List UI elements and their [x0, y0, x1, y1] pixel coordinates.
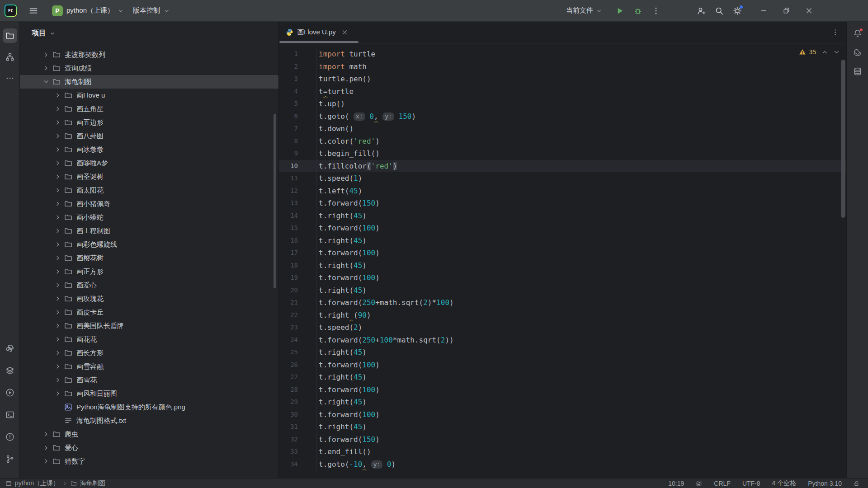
tree-item-9[interactable]: 画圣诞树 [20, 170, 278, 183]
code-line-8[interactable]: 8t.color('red') [279, 135, 846, 148]
code-area[interactable]: 1import turtle2import math3turtle.pen()4… [279, 43, 846, 478]
line-number[interactable]: 10 [279, 160, 316, 173]
code-line-17[interactable]: 17t.forward(100) [279, 247, 846, 259]
code-line-9[interactable]: 9t.begin_fill() [279, 147, 846, 160]
tree-item-30[interactable]: 猜数字 [20, 455, 278, 468]
tree-item-16[interactable]: 画正方形 [20, 265, 278, 278]
tree-item-4[interactable]: 画五角星 [20, 102, 278, 116]
line-number[interactable]: 30 [279, 408, 316, 421]
settings-button[interactable] [731, 4, 744, 18]
chevron-right-icon[interactable] [42, 51, 52, 58]
next-problem-icon[interactable] [833, 49, 840, 56]
line-number[interactable]: 26 [279, 359, 316, 371]
chevron-right-icon[interactable] [54, 92, 64, 99]
chevron-right-icon[interactable] [42, 444, 52, 451]
tree-item-2[interactable]: 海龟制图 [20, 75, 278, 89]
line-number[interactable]: 27 [279, 371, 316, 384]
line-number[interactable]: 2 [279, 61, 316, 73]
terminal-button[interactable] [3, 408, 17, 422]
chevron-right-icon[interactable] [54, 254, 64, 262]
inspections-widget[interactable]: 35 [799, 46, 840, 58]
python-console-button[interactable] [3, 341, 17, 356]
minimize-button[interactable] [757, 4, 770, 18]
code-line-3[interactable]: 3turtle.pen() [279, 73, 846, 85]
indent-widget[interactable]: 4 个空格 [772, 479, 797, 488]
run-button[interactable] [613, 4, 627, 18]
line-number[interactable]: 33 [279, 446, 316, 458]
unlocked-icon[interactable] [854, 480, 860, 487]
code-line-5[interactable]: 5t.up() [279, 98, 846, 110]
code-line-27[interactable]: 27t.right(45) [279, 371, 846, 384]
chevron-down-icon[interactable] [49, 30, 56, 37]
editor-scrollbar[interactable] [841, 60, 845, 218]
chevron-right-icon[interactable] [54, 200, 64, 207]
chevron-right-icon[interactable] [54, 390, 64, 397]
chevron-right-icon[interactable] [54, 282, 64, 289]
tree-item-21[interactable]: 画花花 [20, 333, 278, 346]
tree-item-6[interactable]: 画八卦图 [20, 129, 278, 143]
line-number[interactable]: 31 [279, 421, 316, 433]
line-number[interactable]: 32 [279, 433, 316, 446]
tree-item-17[interactable]: 画爱心 [20, 278, 278, 292]
chevron-right-icon[interactable] [54, 146, 64, 153]
code-line-1[interactable]: 1import turtle [279, 48, 846, 61]
code-line-12[interactable]: 12t.left(45) [279, 185, 846, 197]
vcs-widget[interactable]: 版本控制 [133, 6, 170, 15]
line-number[interactable]: 13 [279, 197, 316, 210]
code-line-26[interactable]: 26t.forward(100) [279, 359, 846, 371]
clock[interactable]: 10:19 [668, 480, 684, 487]
tree-item-20[interactable]: 画美国队长盾牌 [20, 319, 278, 333]
chevron-right-icon[interactable] [54, 241, 64, 248]
line-separator-widget[interactable]: CRLF [714, 480, 731, 487]
tree-item-1[interactable]: 查询成绩 [20, 61, 278, 75]
line-number[interactable]: 4 [279, 85, 316, 98]
tree-item-28[interactable]: 爬虫 [20, 427, 278, 441]
main-menu-button[interactable] [27, 4, 40, 18]
code-line-4[interactable]: 4t=turtle [279, 85, 846, 98]
code-line-32[interactable]: 32t.forward(150) [279, 433, 846, 446]
chevron-right-icon[interactable] [54, 295, 64, 302]
line-number[interactable]: 3 [279, 73, 316, 85]
interpreter-widget[interactable]: Python 3.10 [808, 480, 842, 487]
line-number[interactable]: 18 [279, 259, 316, 272]
statusbar-project[interactable]: python（上课） [15, 479, 59, 488]
line-number[interactable]: 24 [279, 334, 316, 347]
code-line-21[interactable]: 21t.forward(250+math.sqrt(2)*100) [279, 296, 846, 309]
line-number[interactable]: 8 [279, 135, 316, 148]
tree-item-8[interactable]: 画哆啦A梦 [20, 156, 278, 170]
tree-item-0[interactable]: 斐波那契数列 [20, 48, 278, 61]
chevron-right-icon[interactable] [54, 349, 64, 357]
chevron-right-icon[interactable] [54, 309, 64, 316]
tree-item-11[interactable]: 画小猪佩奇 [20, 197, 278, 211]
chevron-right-icon[interactable] [54, 268, 64, 275]
search-everywhere-button[interactable] [712, 4, 726, 18]
restore-button[interactable] [779, 4, 793, 18]
code-line-18[interactable]: 18t.right(45) [279, 259, 846, 272]
line-number[interactable]: 25 [279, 346, 316, 359]
line-number[interactable]: 16 [279, 235, 316, 247]
tree-item-14[interactable]: 画彩色螺旋线 [20, 238, 278, 251]
problems-button[interactable] [3, 430, 17, 444]
tree-item-15[interactable]: 画樱花树 [20, 251, 278, 265]
tree-item-23[interactable]: 画雪容融 [20, 360, 278, 373]
tree-item-18[interactable]: 画玫瑰花 [20, 292, 278, 305]
structure-button[interactable] [3, 50, 17, 64]
line-number[interactable]: 6 [279, 110, 316, 123]
tree-item-29[interactable]: 爱心 [20, 441, 278, 455]
ai-assistant-button[interactable] [850, 45, 865, 60]
line-number[interactable]: 7 [279, 122, 316, 135]
tree-item-10[interactable]: 画太阳花 [20, 183, 278, 197]
project-button[interactable] [3, 28, 17, 43]
chevron-right-icon[interactable] [54, 105, 64, 113]
code-line-2[interactable]: 2import math [279, 61, 846, 73]
services-button[interactable] [3, 363, 17, 378]
chevron-down-icon[interactable] [42, 78, 52, 85]
statusbar-breadcrumb[interactable]: python（上课） 海龟制图 [5, 479, 105, 488]
chevron-right-icon[interactable] [54, 363, 64, 370]
editor-tab[interactable]: 画I love U.py [286, 22, 348, 43]
encoding-widget[interactable]: UTF-8 [742, 480, 760, 487]
tree-item-12[interactable]: 画小蟒蛇 [20, 211, 278, 224]
code-line-34[interactable]: 34t.goto(-10, y: 0) [279, 458, 846, 471]
tree-item-5[interactable]: 画五边形 [20, 116, 278, 129]
line-number[interactable]: 19 [279, 272, 316, 284]
